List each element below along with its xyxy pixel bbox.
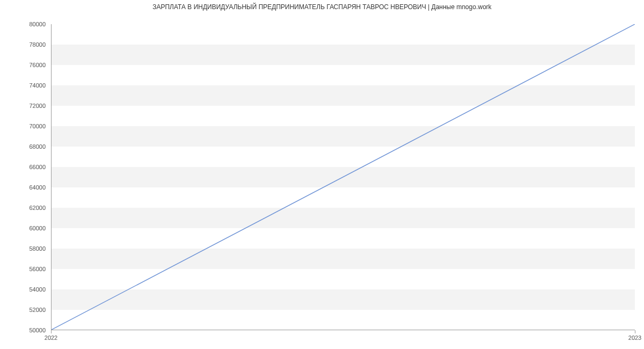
y-tick-label: 80000: [0, 21, 46, 27]
chart-title: ЗАРПЛАТА В ИНДИВИДУАЛЬНЫЙ ПРЕДПРИНИМАТЕЛ…: [0, 3, 644, 11]
x-tick: [635, 330, 635, 333]
y-tick-label: 78000: [0, 41, 46, 48]
x-tick: [51, 330, 52, 333]
y-tick-label: 76000: [0, 62, 46, 68]
y-tick-label: 64000: [0, 184, 46, 191]
y-tick-label: 68000: [0, 143, 46, 150]
x-tick-label: 2022: [45, 335, 57, 341]
y-tick-label: 70000: [0, 123, 46, 129]
y-tick-label: 60000: [0, 225, 46, 231]
chart-container: ЗАРПЛАТА В ИНДИВИДУАЛЬНЫЙ ПРЕДПРИНИМАТЕЛ…: [0, 0, 644, 349]
y-tick-label: 72000: [0, 103, 46, 109]
y-tick-label: 62000: [0, 205, 46, 211]
y-tick-label: 58000: [0, 245, 46, 252]
y-tick-label: 52000: [0, 307, 46, 313]
plot-area: [51, 24, 635, 330]
data-line: [52, 24, 635, 330]
y-tick-label: 50000: [0, 327, 46, 333]
y-tick-label: 74000: [0, 82, 46, 89]
y-tick-label: 54000: [0, 286, 46, 293]
y-tick-label: 56000: [0, 266, 46, 272]
y-tick-label: 66000: [0, 164, 46, 170]
x-tick-label: 2023: [628, 335, 641, 341]
